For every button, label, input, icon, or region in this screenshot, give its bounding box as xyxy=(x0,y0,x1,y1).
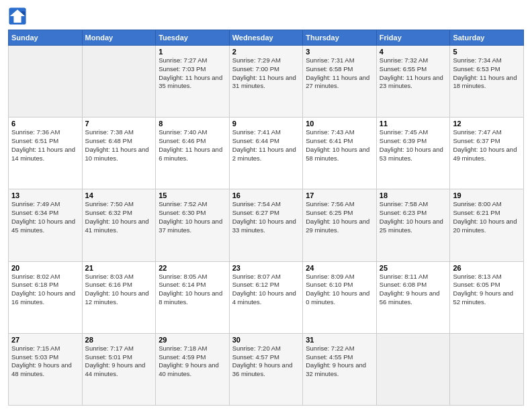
calendar-cell xyxy=(450,333,524,405)
day-info: Sunrise: 7:36 AM Sunset: 6:51 PM Dayligh… xyxy=(11,128,79,163)
day-number: 25 xyxy=(380,264,447,272)
day-info: Sunrise: 8:02 AM Sunset: 6:18 PM Dayligh… xyxy=(11,273,79,307)
day-info: Sunrise: 8:11 AM Sunset: 6:08 PM Dayligh… xyxy=(380,273,447,307)
day-number: 4 xyxy=(380,48,447,56)
day-number: 15 xyxy=(159,191,226,199)
calendar-cell: 25Sunrise: 8:11 AM Sunset: 6:08 PM Dayli… xyxy=(376,261,450,333)
page-header xyxy=(8,7,524,26)
calendar-cell: 11Sunrise: 7:45 AM Sunset: 6:39 PM Dayli… xyxy=(376,118,450,189)
day-number: 13 xyxy=(11,191,79,199)
calendar-cell: 24Sunrise: 8:09 AM Sunset: 6:10 PM Dayli… xyxy=(303,261,377,333)
day-info: Sunrise: 7:56 AM Sunset: 6:25 PM Dayligh… xyxy=(306,200,373,234)
weekday-header-sunday: Sunday xyxy=(9,30,83,46)
day-info: Sunrise: 8:05 AM Sunset: 6:14 PM Dayligh… xyxy=(159,273,226,307)
day-number: 12 xyxy=(453,120,521,128)
calendar-cell: 21Sunrise: 8:03 AM Sunset: 6:16 PM Dayli… xyxy=(82,261,156,333)
calendar-cell: 16Sunrise: 7:54 AM Sunset: 6:27 PM Dayli… xyxy=(229,189,303,261)
calendar-cell xyxy=(9,46,83,118)
day-info: Sunrise: 8:00 AM Sunset: 6:21 PM Dayligh… xyxy=(453,200,521,234)
day-number: 17 xyxy=(306,191,373,199)
day-info: Sunrise: 7:58 AM Sunset: 6:23 PM Dayligh… xyxy=(380,200,447,234)
calendar-cell: 12Sunrise: 7:47 AM Sunset: 6:37 PM Dayli… xyxy=(450,118,524,189)
day-info: Sunrise: 7:41 AM Sunset: 6:44 PM Dayligh… xyxy=(232,128,300,163)
day-info: Sunrise: 7:50 AM Sunset: 6:32 PM Dayligh… xyxy=(85,200,153,234)
calendar-table: SundayMondayTuesdayWednesdayThursdayFrid… xyxy=(8,30,524,406)
day-info: Sunrise: 8:09 AM Sunset: 6:10 PM Dayligh… xyxy=(306,273,373,307)
day-number: 7 xyxy=(85,120,153,128)
calendar-cell: 8Sunrise: 7:40 AM Sunset: 6:46 PM Daylig… xyxy=(156,118,230,189)
day-info: Sunrise: 7:18 AM Sunset: 4:59 PM Dayligh… xyxy=(159,345,226,379)
day-number: 28 xyxy=(85,336,153,344)
day-number: 20 xyxy=(11,264,79,272)
logo xyxy=(8,7,28,26)
calendar-cell: 20Sunrise: 8:02 AM Sunset: 6:18 PM Dayli… xyxy=(9,261,83,333)
day-info: Sunrise: 7:27 AM Sunset: 7:03 PM Dayligh… xyxy=(159,56,226,91)
day-info: Sunrise: 7:20 AM Sunset: 4:57 PM Dayligh… xyxy=(232,345,300,379)
day-info: Sunrise: 7:15 AM Sunset: 5:03 PM Dayligh… xyxy=(11,345,79,379)
day-number: 24 xyxy=(306,264,373,272)
calendar-cell: 29Sunrise: 7:18 AM Sunset: 4:59 PM Dayli… xyxy=(156,333,230,405)
day-info: Sunrise: 7:54 AM Sunset: 6:27 PM Dayligh… xyxy=(232,200,300,234)
day-info: Sunrise: 7:38 AM Sunset: 6:48 PM Dayligh… xyxy=(85,128,153,163)
calendar-cell: 14Sunrise: 7:50 AM Sunset: 6:32 PM Dayli… xyxy=(82,189,156,261)
day-info: Sunrise: 7:31 AM Sunset: 6:58 PM Dayligh… xyxy=(306,56,373,91)
calendar-cell: 28Sunrise: 7:17 AM Sunset: 5:01 PM Dayli… xyxy=(82,333,156,405)
day-number: 3 xyxy=(306,48,373,56)
calendar-cell: 6Sunrise: 7:36 AM Sunset: 6:51 PM Daylig… xyxy=(9,118,83,189)
day-info: Sunrise: 7:45 AM Sunset: 6:39 PM Dayligh… xyxy=(380,128,447,163)
calendar-cell xyxy=(376,333,450,405)
day-number: 19 xyxy=(453,191,521,199)
calendar-cell: 19Sunrise: 8:00 AM Sunset: 6:21 PM Dayli… xyxy=(450,189,524,261)
day-info: Sunrise: 7:43 AM Sunset: 6:41 PM Dayligh… xyxy=(306,128,373,163)
day-number: 27 xyxy=(11,336,79,344)
calendar-cell: 5Sunrise: 7:34 AM Sunset: 6:53 PM Daylig… xyxy=(450,46,524,118)
calendar-cell: 22Sunrise: 8:05 AM Sunset: 6:14 PM Dayli… xyxy=(156,261,230,333)
calendar-cell: 4Sunrise: 7:32 AM Sunset: 6:55 PM Daylig… xyxy=(376,46,450,118)
calendar-cell: 2Sunrise: 7:29 AM Sunset: 7:00 PM Daylig… xyxy=(229,46,303,118)
day-info: Sunrise: 7:17 AM Sunset: 5:01 PM Dayligh… xyxy=(85,345,153,379)
calendar-cell: 10Sunrise: 7:43 AM Sunset: 6:41 PM Dayli… xyxy=(303,118,377,189)
day-info: Sunrise: 7:52 AM Sunset: 6:30 PM Dayligh… xyxy=(159,200,226,234)
calendar-cell: 3Sunrise: 7:31 AM Sunset: 6:58 PM Daylig… xyxy=(303,46,377,118)
day-number: 29 xyxy=(159,336,226,344)
day-number: 22 xyxy=(159,264,226,272)
weekday-header-wednesday: Wednesday xyxy=(229,30,303,46)
day-info: Sunrise: 7:22 AM Sunset: 4:55 PM Dayligh… xyxy=(306,345,373,379)
day-info: Sunrise: 7:34 AM Sunset: 6:53 PM Dayligh… xyxy=(453,56,521,91)
day-number: 21 xyxy=(85,264,153,272)
day-number: 14 xyxy=(85,191,153,199)
calendar-cell: 15Sunrise: 7:52 AM Sunset: 6:30 PM Dayli… xyxy=(156,189,230,261)
day-info: Sunrise: 8:07 AM Sunset: 6:12 PM Dayligh… xyxy=(232,273,300,307)
day-number: 8 xyxy=(159,120,226,128)
calendar-header: SundayMondayTuesdayWednesdayThursdayFrid… xyxy=(9,30,524,46)
calendar-cell: 17Sunrise: 7:56 AM Sunset: 6:25 PM Dayli… xyxy=(303,189,377,261)
day-number: 10 xyxy=(306,120,373,128)
day-number: 16 xyxy=(232,191,300,199)
calendar-cell: 18Sunrise: 7:58 AM Sunset: 6:23 PM Dayli… xyxy=(376,189,450,261)
day-number: 30 xyxy=(232,336,300,344)
weekday-header-friday: Friday xyxy=(376,30,450,46)
calendar-cell: 23Sunrise: 8:07 AM Sunset: 6:12 PM Dayli… xyxy=(229,261,303,333)
day-number: 5 xyxy=(453,48,521,56)
calendar-cell: 9Sunrise: 7:41 AM Sunset: 6:44 PM Daylig… xyxy=(229,118,303,189)
day-info: Sunrise: 7:29 AM Sunset: 7:00 PM Dayligh… xyxy=(232,56,300,91)
day-number: 23 xyxy=(232,264,300,272)
day-info: Sunrise: 7:47 AM Sunset: 6:37 PM Dayligh… xyxy=(453,128,521,163)
calendar-cell: 13Sunrise: 7:49 AM Sunset: 6:34 PM Dayli… xyxy=(9,189,83,261)
day-info: Sunrise: 8:13 AM Sunset: 6:05 PM Dayligh… xyxy=(453,273,521,307)
weekday-header-tuesday: Tuesday xyxy=(156,30,230,46)
day-info: Sunrise: 7:32 AM Sunset: 6:55 PM Dayligh… xyxy=(380,56,447,91)
day-number: 1 xyxy=(159,48,226,56)
day-info: Sunrise: 7:40 AM Sunset: 6:46 PM Dayligh… xyxy=(159,128,226,163)
calendar-cell: 30Sunrise: 7:20 AM Sunset: 4:57 PM Dayli… xyxy=(229,333,303,405)
day-number: 6 xyxy=(11,120,79,128)
day-number: 18 xyxy=(380,191,447,199)
day-number: 26 xyxy=(453,264,521,272)
day-number: 11 xyxy=(380,120,447,128)
weekday-header-saturday: Saturday xyxy=(450,30,524,46)
calendar-cell xyxy=(82,46,156,118)
calendar-cell: 26Sunrise: 8:13 AM Sunset: 6:05 PM Dayli… xyxy=(450,261,524,333)
day-info: Sunrise: 8:03 AM Sunset: 6:16 PM Dayligh… xyxy=(85,273,153,307)
day-info: Sunrise: 7:49 AM Sunset: 6:34 PM Dayligh… xyxy=(11,200,79,234)
calendar-cell: 31Sunrise: 7:22 AM Sunset: 4:55 PM Dayli… xyxy=(303,333,377,405)
